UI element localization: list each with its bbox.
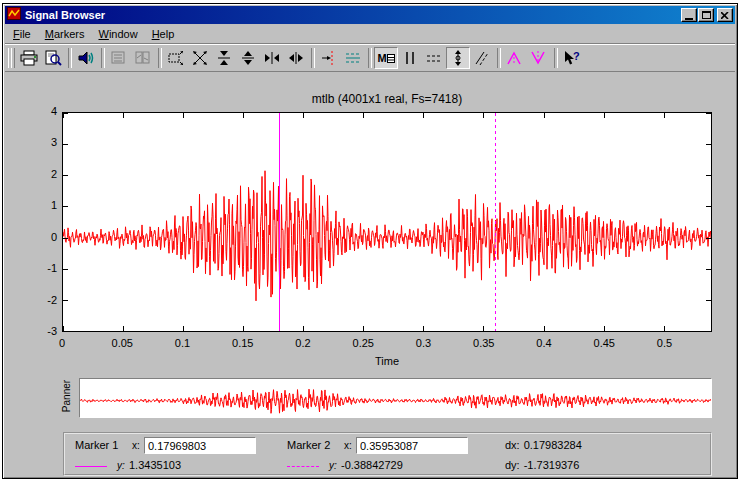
menu-help[interactable]: Help xyxy=(145,25,182,43)
whats-this-icon: ? xyxy=(563,50,581,66)
menu-markers[interactable]: Markers xyxy=(38,25,92,43)
zoom-out-x-icon xyxy=(287,50,305,66)
y-tick-label: 4 xyxy=(35,105,57,117)
y-tick-label: -2 xyxy=(35,294,57,306)
horizontal-markers-button[interactable] xyxy=(422,47,446,69)
marker2-label: Marker 2 xyxy=(287,439,330,451)
minimize-button[interactable] xyxy=(681,8,697,22)
menu-file[interactable]: File xyxy=(6,25,38,43)
zoom-in-x-button[interactable] xyxy=(260,47,284,69)
marker-display-button[interactable] xyxy=(341,47,365,69)
signal-axes[interactable] xyxy=(62,112,712,332)
mouse-zoom-button[interactable] xyxy=(164,47,188,69)
minimize-icon xyxy=(685,18,693,20)
marker-display-icon xyxy=(344,50,362,66)
whats-this-button[interactable]: ? xyxy=(560,47,584,69)
play-sound-button[interactable] xyxy=(74,47,98,69)
marker1-label: Marker 1 xyxy=(75,439,118,451)
x-tick-label: 0.45 xyxy=(594,337,615,349)
menubar: File Markers Window Help xyxy=(5,24,735,43)
marker2-line-sample xyxy=(287,466,319,467)
panner[interactable] xyxy=(79,378,712,418)
y-tick-label: 2 xyxy=(35,168,57,180)
x-tick-label: 0.1 xyxy=(175,337,190,349)
print-preview-button[interactable] xyxy=(41,47,65,69)
valleys-button[interactable] xyxy=(527,47,551,69)
marker2-x-input[interactable] xyxy=(356,437,468,454)
maximize-icon xyxy=(702,11,711,19)
marker1-line-sample xyxy=(75,466,107,467)
marker1-y-label: y: xyxy=(117,460,125,471)
x-tick-label: 0 xyxy=(59,337,65,349)
print-button[interactable] xyxy=(17,47,41,69)
marker-legend-icon: M xyxy=(377,53,394,63)
dy-value: -1.7319376 xyxy=(524,459,580,471)
y-tick-label: 3 xyxy=(35,136,57,148)
marker2-y-label: y: xyxy=(329,460,337,471)
valleys-icon xyxy=(530,50,548,66)
x-tick-label: 0.2 xyxy=(295,337,310,349)
zoom-out-y-button[interactable] xyxy=(236,47,260,69)
toolbar-separator xyxy=(551,48,560,68)
full-view-icon xyxy=(191,50,209,66)
toolbar-separator xyxy=(365,48,374,68)
marker1-x-label: x: xyxy=(132,440,140,451)
x-tick-label: 0.3 xyxy=(416,337,431,349)
dx-label: dx: xyxy=(505,439,520,451)
x-tick-label: 0.35 xyxy=(473,337,494,349)
speaker-icon xyxy=(77,50,95,66)
marker-select-button[interactable] xyxy=(317,47,341,69)
titlebar[interactable]: Signal Browser xyxy=(5,6,735,24)
marker2-x-label: x: xyxy=(344,440,352,451)
marker1-y-value: 1.3435103 xyxy=(129,459,181,471)
signal-browser-window: Signal Browser File Markers Window Help xyxy=(2,3,738,479)
toolbar-grip[interactable] xyxy=(7,48,15,68)
mouse-zoom-icon xyxy=(167,50,185,66)
x-axis-label: Time xyxy=(62,355,712,367)
x-tick-label: 0.05 xyxy=(112,337,133,349)
x-tick-label: 0.5 xyxy=(657,337,672,349)
menu-window[interactable]: Window xyxy=(91,25,144,43)
track-signal-icon xyxy=(449,50,467,66)
x-tick-label: 0.4 xyxy=(536,337,551,349)
full-view-button[interactable] xyxy=(188,47,212,69)
marker-select-icon xyxy=(320,50,338,66)
horizontal-markers-icon xyxy=(425,50,443,66)
close-button[interactable] xyxy=(717,8,733,22)
zoom-in-x-icon xyxy=(263,50,281,66)
printer-icon xyxy=(20,50,39,66)
marker2-y-value: -0.38842729 xyxy=(341,459,403,471)
signal-canvas[interactable] xyxy=(63,113,711,331)
track-signal-button[interactable] xyxy=(446,47,470,69)
window-icon[interactable] xyxy=(7,6,21,24)
maximize-button[interactable] xyxy=(698,8,714,22)
marker1-x-input[interactable] xyxy=(144,437,256,454)
plot-title: mtlb (4001x1 real, Fs=7418) xyxy=(62,92,712,106)
plot-region: mtlb (4001x1 real, Fs=7418) Time Panner … xyxy=(5,72,735,476)
panner-label: Panner xyxy=(61,374,73,418)
y-tick-label: -3 xyxy=(35,325,57,337)
zoom-out-y-icon xyxy=(239,50,257,66)
peaks-icon xyxy=(506,50,524,66)
zoom-in-y-icon xyxy=(215,50,233,66)
dy-readout: dy: -1.7319376 xyxy=(505,459,579,471)
toolbar-separator xyxy=(155,48,164,68)
marker-legend-button[interactable]: M xyxy=(374,47,398,69)
close-icon xyxy=(721,12,729,19)
dy-label: dy: xyxy=(505,459,520,471)
zoom-in-y-button[interactable] xyxy=(212,47,236,69)
signal-select-icon xyxy=(110,50,128,66)
vertical-markers-icon xyxy=(401,50,419,66)
dx-readout: dx: 0.17983284 xyxy=(505,439,582,451)
complex-display-button xyxy=(131,47,155,69)
vertical-markers-button[interactable] xyxy=(398,47,422,69)
zoom-out-x-button[interactable] xyxy=(284,47,308,69)
panner-canvas[interactable] xyxy=(80,379,711,417)
toolbar: M ? xyxy=(5,43,735,72)
peaks-button[interactable] xyxy=(503,47,527,69)
toolbar-separator xyxy=(494,48,503,68)
slope-markers-icon xyxy=(473,50,491,66)
y-tick-label: 1 xyxy=(35,199,57,211)
print-preview-icon xyxy=(44,50,62,66)
slope-markers-button[interactable] xyxy=(470,47,494,69)
